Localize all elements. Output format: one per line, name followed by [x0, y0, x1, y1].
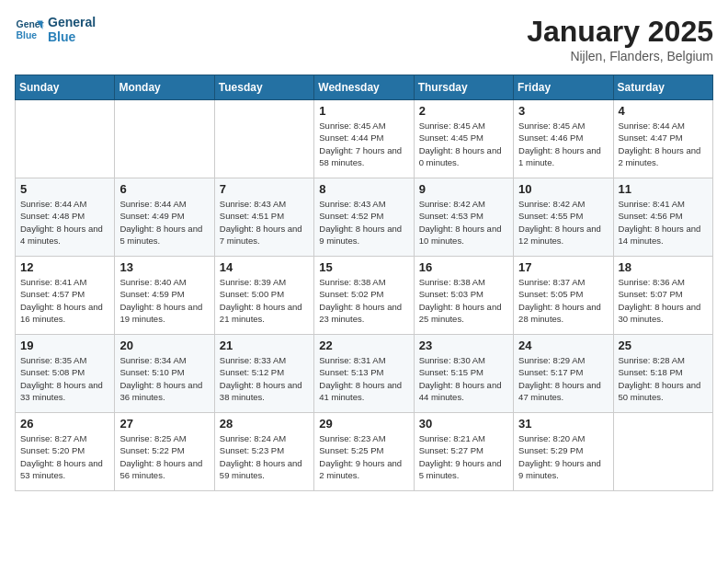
day-info: Sunrise: 8:20 AM Sunset: 5:29 PM Dayligh… [518, 432, 608, 481]
day-info: Sunrise: 8:38 AM Sunset: 5:02 PM Dayligh… [319, 276, 408, 325]
logo-line2: Blue [48, 29, 96, 44]
calendar-day-23: 23Sunrise: 8:30 AM Sunset: 5:15 PM Dayli… [414, 335, 513, 413]
title-block: January 2025 Nijlen, Flanders, Belgium [527, 15, 713, 63]
day-info: Sunrise: 8:44 AM Sunset: 4:49 PM Dayligh… [119, 198, 209, 247]
logo: General Blue General Blue [15, 15, 96, 44]
calendar-week-row: 1Sunrise: 8:45 AM Sunset: 4:44 PM Daylig… [16, 100, 713, 178]
calendar-day-2: 2Sunrise: 8:45 AM Sunset: 4:45 PM Daylig… [414, 100, 513, 178]
day-number: 28 [220, 417, 309, 431]
day-number: 25 [619, 339, 708, 352]
day-info: Sunrise: 8:27 AM Sunset: 5:20 PM Dayligh… [20, 432, 109, 481]
day-number: 16 [419, 260, 508, 274]
day-info: Sunrise: 8:43 AM Sunset: 4:52 PM Dayligh… [319, 198, 408, 247]
calendar-table: SundayMondayTuesdayWednesdayThursdayFrid… [15, 75, 713, 491]
day-info: Sunrise: 8:34 AM Sunset: 5:10 PM Dayligh… [119, 354, 209, 403]
day-number: 27 [119, 417, 209, 431]
calendar-day-14: 14Sunrise: 8:39 AM Sunset: 5:00 PM Dayli… [214, 257, 313, 335]
calendar-day-4: 4Sunrise: 8:44 AM Sunset: 4:47 PM Daylig… [613, 100, 712, 178]
day-number: 17 [518, 260, 608, 274]
day-info: Sunrise: 8:42 AM Sunset: 4:55 PM Dayligh… [518, 198, 608, 247]
calendar-day-27: 27Sunrise: 8:25 AM Sunset: 5:22 PM Dayli… [115, 413, 214, 491]
day-info: Sunrise: 8:40 AM Sunset: 4:59 PM Dayligh… [119, 276, 209, 325]
day-info: Sunrise: 8:41 AM Sunset: 4:56 PM Dayligh… [619, 198, 708, 247]
weekday-header-tuesday: Tuesday [214, 75, 313, 100]
calendar-day-30: 30Sunrise: 8:21 AM Sunset: 5:27 PM Dayli… [414, 413, 513, 491]
day-number: 19 [20, 339, 109, 352]
weekday-header-thursday: Thursday [414, 75, 513, 100]
day-info: Sunrise: 8:39 AM Sunset: 5:00 PM Dayligh… [220, 276, 309, 325]
calendar-day-25: 25Sunrise: 8:28 AM Sunset: 5:18 PM Dayli… [613, 335, 712, 413]
day-number: 26 [20, 417, 109, 431]
day-info: Sunrise: 8:33 AM Sunset: 5:12 PM Dayligh… [220, 354, 309, 403]
calendar-week-row: 12Sunrise: 8:41 AM Sunset: 4:57 PM Dayli… [16, 257, 713, 335]
calendar-day-10: 10Sunrise: 8:42 AM Sunset: 4:55 PM Dayli… [514, 178, 613, 257]
day-number: 21 [220, 339, 309, 352]
calendar-day-1: 1Sunrise: 8:45 AM Sunset: 4:44 PM Daylig… [314, 100, 414, 178]
calendar-day-13: 13Sunrise: 8:40 AM Sunset: 4:59 PM Dayli… [115, 257, 214, 335]
day-info: Sunrise: 8:44 AM Sunset: 4:48 PM Dayligh… [20, 198, 109, 247]
day-number: 30 [419, 417, 508, 431]
calendar-day-22: 22Sunrise: 8:31 AM Sunset: 5:13 PM Dayli… [314, 335, 414, 413]
day-info: Sunrise: 8:31 AM Sunset: 5:13 PM Dayligh… [319, 354, 408, 403]
day-number: 13 [119, 260, 209, 274]
calendar-day-29: 29Sunrise: 8:23 AM Sunset: 5:25 PM Dayli… [314, 413, 414, 491]
logo-line1: General [48, 15, 96, 29]
day-info: Sunrise: 8:38 AM Sunset: 5:03 PM Dayligh… [419, 276, 508, 325]
calendar-day-15: 15Sunrise: 8:38 AM Sunset: 5:02 PM Dayli… [314, 257, 414, 335]
day-info: Sunrise: 8:28 AM Sunset: 5:18 PM Dayligh… [619, 354, 708, 403]
day-info: Sunrise: 8:42 AM Sunset: 4:53 PM Dayligh… [419, 198, 508, 247]
calendar-day-6: 6Sunrise: 8:44 AM Sunset: 4:49 PM Daylig… [115, 178, 214, 257]
calendar-day-5: 5Sunrise: 8:44 AM Sunset: 4:48 PM Daylig… [16, 178, 115, 257]
calendar-day-7: 7Sunrise: 8:43 AM Sunset: 4:51 PM Daylig… [214, 178, 313, 257]
day-info: Sunrise: 8:21 AM Sunset: 5:27 PM Dayligh… [419, 432, 508, 481]
calendar-day-8: 8Sunrise: 8:43 AM Sunset: 4:52 PM Daylig… [314, 178, 414, 257]
day-info: Sunrise: 8:35 AM Sunset: 5:08 PM Dayligh… [20, 354, 109, 403]
day-info: Sunrise: 8:29 AM Sunset: 5:17 PM Dayligh… [518, 354, 608, 403]
weekday-header-monday: Monday [115, 75, 214, 100]
calendar-day-21: 21Sunrise: 8:33 AM Sunset: 5:12 PM Dayli… [214, 335, 313, 413]
calendar-day-26: 26Sunrise: 8:27 AM Sunset: 5:20 PM Dayli… [16, 413, 115, 491]
weekday-header-saturday: Saturday [613, 75, 712, 100]
day-info: Sunrise: 8:37 AM Sunset: 5:05 PM Dayligh… [518, 276, 608, 325]
page-header: General Blue General Blue January 2025 N… [15, 15, 713, 63]
calendar-day-31: 31Sunrise: 8:20 AM Sunset: 5:29 PM Dayli… [514, 413, 613, 491]
day-info: Sunrise: 8:41 AM Sunset: 4:57 PM Dayligh… [20, 276, 109, 325]
weekday-header-sunday: Sunday [16, 75, 115, 100]
calendar-day-20: 20Sunrise: 8:34 AM Sunset: 5:10 PM Dayli… [115, 335, 214, 413]
calendar-empty-cell [613, 413, 712, 491]
day-number: 11 [619, 182, 708, 196]
calendar-day-18: 18Sunrise: 8:36 AM Sunset: 5:07 PM Dayli… [613, 257, 712, 335]
day-number: 5 [20, 182, 109, 196]
day-number: 4 [619, 104, 708, 118]
calendar-day-9: 9Sunrise: 8:42 AM Sunset: 4:53 PM Daylig… [414, 178, 513, 257]
logo-icon: General Blue [15, 15, 44, 44]
calendar-day-16: 16Sunrise: 8:38 AM Sunset: 5:03 PM Dayli… [414, 257, 513, 335]
svg-text:Blue: Blue [17, 30, 38, 40]
day-number: 20 [119, 339, 209, 352]
day-info: Sunrise: 8:44 AM Sunset: 4:47 PM Dayligh… [619, 120, 708, 168]
calendar-week-row: 5Sunrise: 8:44 AM Sunset: 4:48 PM Daylig… [16, 178, 713, 257]
day-number: 18 [619, 260, 708, 274]
calendar-empty-cell [115, 100, 214, 178]
day-info: Sunrise: 8:23 AM Sunset: 5:25 PM Dayligh… [319, 432, 408, 481]
calendar-title: January 2025 [527, 15, 713, 49]
day-info: Sunrise: 8:25 AM Sunset: 5:22 PM Dayligh… [119, 432, 209, 481]
calendar-week-row: 19Sunrise: 8:35 AM Sunset: 5:08 PM Dayli… [16, 335, 713, 413]
day-info: Sunrise: 8:45 AM Sunset: 4:44 PM Dayligh… [319, 120, 408, 168]
day-number: 22 [319, 339, 408, 352]
day-number: 7 [220, 182, 309, 196]
day-number: 14 [220, 260, 309, 274]
calendar-week-row: 26Sunrise: 8:27 AM Sunset: 5:20 PM Dayli… [16, 413, 713, 491]
calendar-day-11: 11Sunrise: 8:41 AM Sunset: 4:56 PM Dayli… [613, 178, 712, 257]
calendar-day-19: 19Sunrise: 8:35 AM Sunset: 5:08 PM Dayli… [16, 335, 115, 413]
calendar-day-24: 24Sunrise: 8:29 AM Sunset: 5:17 PM Dayli… [514, 335, 613, 413]
day-number: 12 [20, 260, 109, 274]
weekday-header-friday: Friday [514, 75, 613, 100]
calendar-subtitle: Nijlen, Flanders, Belgium [527, 49, 713, 63]
day-number: 23 [419, 339, 508, 352]
day-number: 8 [319, 182, 408, 196]
calendar-day-17: 17Sunrise: 8:37 AM Sunset: 5:05 PM Dayli… [514, 257, 613, 335]
weekday-header-wednesday: Wednesday [314, 75, 414, 100]
calendar-header-row: SundayMondayTuesdayWednesdayThursdayFrid… [16, 75, 713, 100]
calendar-empty-cell [214, 100, 313, 178]
